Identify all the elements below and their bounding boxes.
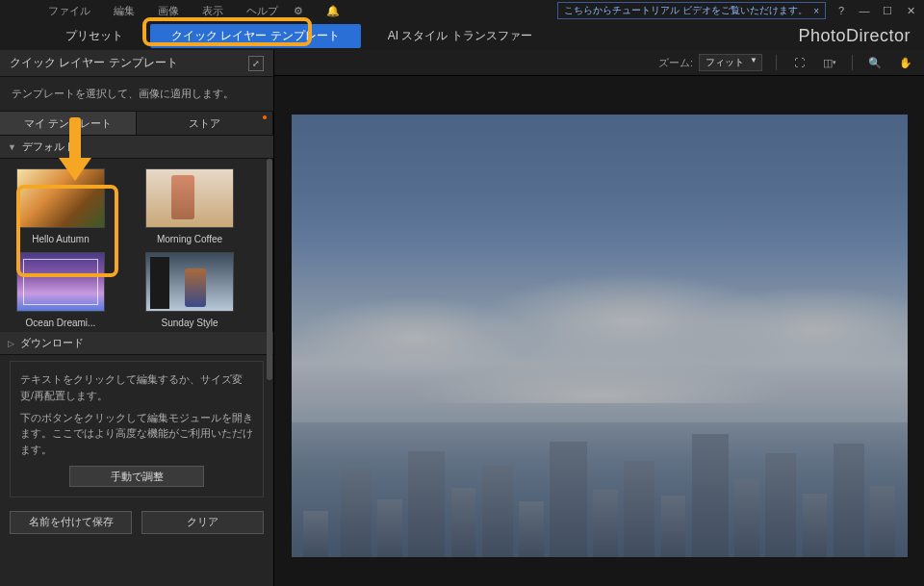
canvas-area: ズーム: フィット ▼ ⛶ ◫▾ 🔍 ✋ — [274, 50, 924, 586]
menubar: ファイル 編集 画像 表示 ヘルプ ⚙ 🔔 こちらからチュートリアル ビデオをご… — [0, 0, 924, 21]
brand-label: PhotoDirector — [798, 21, 911, 50]
save-as-button[interactable]: 名前を付けて保存 — [10, 511, 132, 534]
tab-ai-style[interactable]: AI スタイル トランスファー — [380, 24, 540, 48]
compare-icon[interactable]: ◫▾ — [821, 54, 838, 71]
panel-subtabs: マイ テンプレート ストア — [0, 111, 273, 136]
minimize-icon[interactable]: — — [857, 3, 872, 18]
help-icon[interactable]: ? — [834, 3, 849, 18]
panel-header: クイック レイヤー テンプレート ⤢ — [0, 50, 273, 77]
template-grid: Hello Autumn Morning Coffee Ocean Dreami… — [0, 159, 273, 332]
window-close-icon[interactable]: ✕ — [903, 3, 918, 18]
tab-preset[interactable]: プリセット — [58, 24, 131, 48]
chevron-right-icon: ▷ — [8, 339, 14, 348]
chevron-down-icon: ▼ — [750, 56, 757, 64]
pan-icon[interactable]: ✋ — [897, 54, 914, 71]
scrollbar[interactable] — [267, 159, 272, 332]
section-default[interactable]: ▼ デフォルト — [0, 136, 273, 159]
close-icon[interactable]: × — [813, 6, 819, 16]
menu-help[interactable]: ヘルプ — [246, 4, 278, 18]
zoom-select[interactable]: フィット ▼ — [699, 54, 762, 71]
subtab-my-templates[interactable]: マイ テンプレート — [0, 112, 137, 135]
sidebar: クイック レイヤー テンプレート ⤢ テンプレートを選択して、画像に適用します。… — [0, 50, 274, 586]
canvas-toolbar: ズーム: フィット ▼ ⛶ ◫▾ 🔍 ✋ — [274, 50, 924, 76]
zoom-label: ズーム: — [658, 56, 693, 70]
manual-adjust-button[interactable]: 手動で調整 — [69, 466, 204, 487]
template-hello-autumn[interactable]: Hello Autumn — [6, 168, 116, 244]
expand-icon[interactable]: ⤢ — [248, 56, 264, 71]
chevron-down-icon: ▼ — [8, 142, 16, 152]
fit-screen-icon[interactable]: ⛶ — [790, 54, 808, 71]
help-text-1: テキストをクリックして編集するか、サイズ変更/再配置します。 — [20, 371, 253, 404]
clear-button[interactable]: クリア — [141, 511, 264, 534]
template-thumb — [145, 252, 234, 312]
notification-dot-icon — [263, 115, 267, 119]
template-sunday-style[interactable]: Sunday Style — [135, 252, 244, 328]
template-ocean-dreaming[interactable]: Ocean Dreami... — [6, 252, 116, 328]
canvas-viewport[interactable] — [274, 76, 924, 586]
section-download[interactable]: ▷ ダウンロード — [0, 332, 273, 355]
menu-image[interactable]: 画像 — [158, 4, 179, 18]
help-text-2: 下のボタンをクリックして編集モジュールを開きます。ここではより高度な機能がご利用… — [20, 410, 253, 458]
search-icon[interactable]: 🔍 — [866, 54, 884, 71]
maximize-icon[interactable]: ☐ — [880, 3, 895, 18]
tab-quick-layer[interactable]: クイック レイヤー テンプレート — [150, 24, 361, 48]
tutorial-link-text: こちらからチュートリアル ビデオをご覧いただけます。 — [564, 4, 808, 17]
template-thumb — [16, 252, 105, 312]
menu-edit[interactable]: 編集 — [114, 4, 135, 18]
template-morning-coffee[interactable]: Morning Coffee — [135, 168, 244, 244]
menu-file[interactable]: ファイル — [48, 4, 90, 18]
template-thumb — [145, 168, 234, 228]
mode-tabbar: プリセット クイック レイヤー テンプレート AI スタイル トランスファー P… — [0, 21, 924, 50]
gear-icon[interactable]: ⚙ — [294, 5, 303, 17]
panel-title: クイック レイヤー テンプレート — [10, 55, 178, 71]
help-box: テキストをクリックして編集するか、サイズ変更/再配置します。 下のボタンをクリッ… — [10, 361, 264, 497]
tutorial-link[interactable]: こちらからチュートリアル ビデオをご覧いただけます。 × — [557, 2, 826, 19]
panel-description: テンプレートを選択して、画像に適用します。 — [0, 77, 273, 111]
template-thumb — [16, 168, 105, 228]
menu-view[interactable]: 表示 — [202, 4, 223, 18]
subtab-store[interactable]: ストア — [137, 112, 273, 135]
preview-image — [292, 115, 908, 557]
bell-icon[interactable]: 🔔 — [326, 5, 340, 17]
